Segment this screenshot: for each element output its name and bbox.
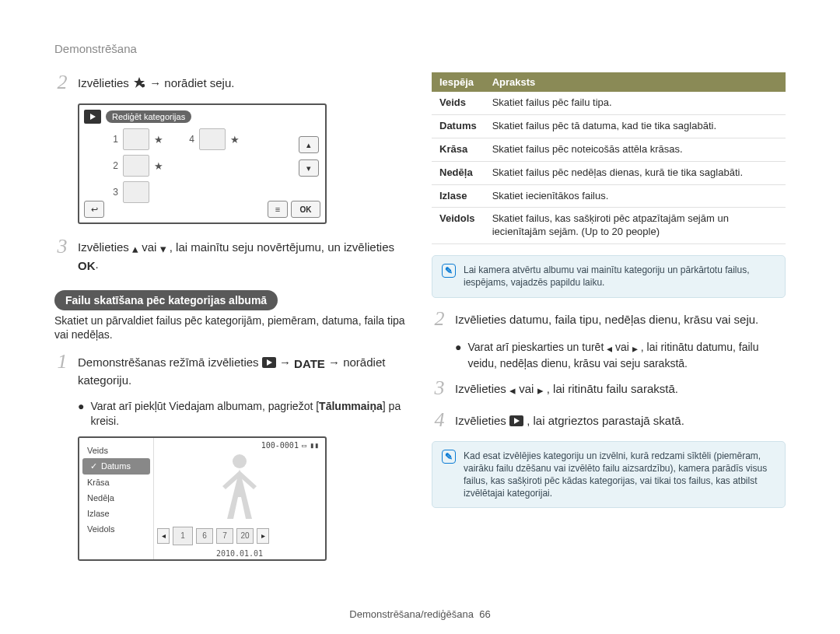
th-option: Iespēja bbox=[432, 72, 485, 92]
option-key: Datums bbox=[432, 114, 485, 138]
text: , lai mainītu seju novērtējumu, un izvēl… bbox=[170, 240, 394, 254]
row-num: 4 bbox=[187, 134, 194, 145]
category-menu[interactable]: Veids✓DatumsKrāsaNedēļaIzlaseVeidols bbox=[79, 438, 154, 559]
right-step-2: 2 Izvēlieties datumu, faila tipu, nedēļa… bbox=[432, 309, 786, 329]
text: vai bbox=[142, 240, 159, 254]
thumb[interactable]: 1 bbox=[173, 527, 193, 545]
options-table: Iespēja Apraksts VeidsSkatiet failus pēc… bbox=[432, 72, 786, 244]
menu-item[interactable]: Veidols bbox=[79, 521, 153, 537]
right-arrow-icon: ▸ bbox=[537, 383, 544, 398]
option-desc: Skatiet failus pēc nedēļas dienas, kurā … bbox=[485, 161, 786, 184]
table-row: NedēļaSkatiet failus pēc nedēļas dienas,… bbox=[432, 161, 786, 184]
right-arrow-icon: ▸ bbox=[632, 342, 638, 356]
text: Izvēlieties bbox=[455, 382, 509, 395]
menu-button[interactable]: ≡ bbox=[268, 201, 288, 218]
text: Izvēlieties bbox=[455, 414, 509, 427]
menu-item[interactable]: Veids bbox=[79, 443, 153, 458]
row-num: 2 bbox=[110, 160, 118, 171]
menu-item[interactable]: ✓Datums bbox=[82, 458, 150, 475]
svg-point-4 bbox=[233, 454, 247, 468]
table-row: VeidolsSkatiet failus, kas sašķiroti pēc… bbox=[432, 208, 786, 244]
text: Izvēlieties bbox=[78, 240, 132, 254]
info-icon: ✎ bbox=[442, 450, 456, 464]
thumb[interactable]: 6 bbox=[196, 528, 213, 544]
star-person-icon bbox=[132, 76, 146, 89]
text: → norādiet seju. bbox=[149, 76, 234, 89]
silhouette-icon bbox=[216, 450, 263, 524]
option-desc: Skatiet failus pēc failu tipa. bbox=[485, 92, 786, 114]
text: , lai ritinātu failu sarakstā. bbox=[547, 382, 678, 395]
category-album-screen: Veids✓DatumsKrāsaNedēļaIzlaseVeidols 100… bbox=[78, 436, 327, 561]
table-row: KrāsaSkatiet failus pēc noteicošās attēl… bbox=[432, 138, 786, 161]
step-number: 2 bbox=[54, 72, 70, 93]
left-step-A1: 1 Demonstrēšanas režīmā izvēlieties → DA… bbox=[54, 352, 408, 388]
step-number: 2 bbox=[432, 309, 447, 329]
option-desc: Skatiet iecienītākos failus. bbox=[485, 184, 786, 208]
page-header: Demonstrēšana bbox=[54, 42, 786, 55]
text: Izvēlieties datumu, faila tipu, nedēļas … bbox=[455, 309, 786, 328]
note-text: Kad esat izvēlējies kategoriju un izvēln… bbox=[464, 450, 775, 500]
option-desc: Skatiet failus pēc tā datuma, kad tie ti… bbox=[485, 114, 786, 138]
face-thumb[interactable] bbox=[123, 128, 149, 150]
option-key: Izlase bbox=[432, 184, 485, 208]
text: Demonstrēšanas režīmā izvēlieties bbox=[78, 356, 262, 369]
right-column: Iespēja Apraksts VeidsSkatiet failus pēc… bbox=[432, 72, 786, 573]
thumbnail-strip[interactable]: ◂ 1 6 7 20 ▸ bbox=[157, 527, 322, 545]
scroll-up-button[interactable]: ▴ bbox=[299, 136, 319, 153]
menu-item[interactable]: Izlase bbox=[79, 506, 153, 521]
file-date: 2010.01.01 bbox=[154, 549, 325, 558]
star-icon: ★ bbox=[154, 160, 163, 172]
left-step-3: 3 Izvēlieties ▴ vai ▾ , lai mainītu seju… bbox=[54, 236, 408, 275]
step-number: 3 bbox=[54, 236, 70, 257]
text: Varat arī piekļūt Viedajam albumam, pagr… bbox=[90, 400, 319, 412]
option-desc: Skatiet failus pēc noteicošās attēla krā… bbox=[485, 138, 786, 161]
text: . bbox=[96, 257, 99, 271]
left-arrow-icon: ◂ bbox=[607, 342, 612, 356]
left-sub-bullet: ● Varat arī piekļūt Viedajam albumam, pa… bbox=[78, 399, 408, 429]
ok-icon: OK bbox=[78, 258, 96, 274]
edit-categories-screen: Rediģēt kategorijas 1★ 2★ 3 4★ ▴ ▾ bbox=[78, 103, 327, 224]
ok-button[interactable]: OK bbox=[291, 201, 320, 218]
right-step-3: 3 Izvēlieties ◂ vai ▸ , lai ritinātu fai… bbox=[432, 378, 786, 398]
right-step-4: 4 Izvēlieties , lai atgrieztos parastajā… bbox=[432, 410, 786, 430]
row-num: 1 bbox=[110, 134, 118, 145]
row-num: 3 bbox=[110, 187, 118, 198]
text: vai bbox=[615, 341, 632, 353]
text: vai bbox=[519, 382, 537, 395]
star-icon: ★ bbox=[230, 134, 240, 145]
option-key: Veids bbox=[432, 92, 485, 114]
th-desc: Apraksts bbox=[485, 72, 786, 92]
date-icon: DATE bbox=[294, 356, 325, 372]
menu-item[interactable]: Krāsa bbox=[79, 475, 153, 490]
up-arrow-icon: ▴ bbox=[132, 241, 138, 257]
svg-point-1 bbox=[142, 84, 145, 87]
playback-mode-icon bbox=[262, 357, 276, 368]
text: Varat arī pieskarties un turēt bbox=[467, 341, 607, 353]
right-sub-bullet: ● Varat arī pieskarties un turēt ◂ vai ▸… bbox=[455, 340, 786, 371]
face-thumb[interactable] bbox=[199, 128, 226, 150]
table-row: IzlaseSkatiet iecienītākos failus. bbox=[432, 184, 786, 208]
back-button[interactable]: ↩ bbox=[84, 201, 104, 218]
page-footer: Demonstrēšana/rediģēšana 66 bbox=[0, 608, 840, 620]
text: Izvēlieties bbox=[78, 76, 132, 89]
next-arrow[interactable]: ▸ bbox=[257, 528, 269, 544]
scroll-down-button[interactable]: ▾ bbox=[299, 159, 319, 177]
section-desc: Skatiet un pārvaldiet failus pēc kategor… bbox=[54, 313, 408, 343]
zoom-control-label: Tālummaiņa bbox=[319, 400, 383, 412]
thumb[interactable]: 7 bbox=[216, 528, 233, 544]
table-row: DatumsSkatiet failus pēc tā datuma, kad … bbox=[432, 114, 786, 138]
star-icon: ★ bbox=[154, 134, 163, 145]
option-key: Nedēļa bbox=[432, 161, 485, 184]
file-info: 100-0001 ▭ ▮▮ bbox=[261, 441, 319, 450]
info-note-1: ✎ Lai kamera atvērtu albumu vai mainītu … bbox=[432, 255, 786, 297]
playback-icon bbox=[84, 110, 101, 124]
face-thumb[interactable] bbox=[123, 181, 149, 203]
thumb[interactable]: 20 bbox=[236, 528, 254, 544]
info-note-2: ✎ Kad esat izvēlējies kategoriju un izvē… bbox=[432, 441, 786, 509]
prev-arrow[interactable]: ◂ bbox=[157, 528, 170, 544]
face-thumb[interactable] bbox=[123, 155, 149, 177]
option-key: Veidols bbox=[432, 208, 485, 244]
menu-item[interactable]: Nedēļa bbox=[79, 490, 153, 506]
left-step-2: 2 Izvēlieties → norādiet seju. bbox=[54, 72, 408, 93]
table-row: VeidsSkatiet failus pēc failu tipa. bbox=[432, 92, 786, 114]
